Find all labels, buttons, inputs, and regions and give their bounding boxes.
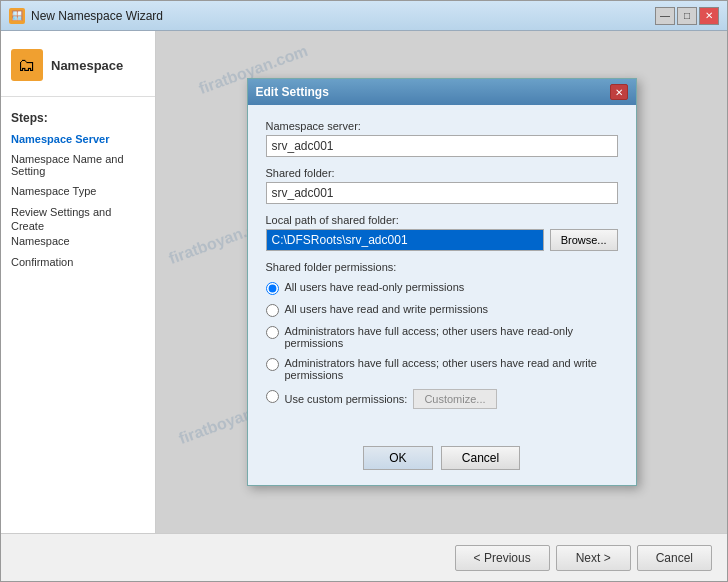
radio-group: All users have read-only permissions All… bbox=[266, 281, 618, 409]
steps-label: Steps: bbox=[1, 107, 155, 129]
shared-folder-group: Shared folder: bbox=[266, 167, 618, 204]
local-path-group: Local path of shared folder: Browse... bbox=[266, 214, 618, 251]
title-controls: — □ ✕ bbox=[655, 7, 719, 25]
radio-custom-label: Use custom permissions: bbox=[285, 393, 408, 405]
radio-readonly-input[interactable] bbox=[266, 282, 279, 295]
sidebar-header: 🗂 Namespace bbox=[1, 41, 155, 97]
permissions-label: Shared folder permissions: bbox=[266, 261, 618, 273]
cancel-button[interactable]: Cancel bbox=[441, 446, 520, 470]
modal-overlay: Edit Settings ✕ Namespace server: Shared… bbox=[156, 31, 727, 533]
title-bar-left: 🪟 New Namespace Wizard bbox=[9, 8, 163, 24]
radio-admin-readonly-item[interactable]: Administrators have full access; other u… bbox=[266, 325, 618, 349]
radio-custom-input[interactable] bbox=[266, 390, 279, 403]
sidebar-item-confirmation[interactable]: Confirmation bbox=[1, 252, 155, 272]
namespace-server-group: Namespace server: bbox=[266, 120, 618, 157]
shared-folder-input[interactable] bbox=[266, 182, 618, 204]
bottom-bar: < Previous Next > Cancel bbox=[1, 533, 727, 581]
window-title: New Namespace Wizard bbox=[31, 9, 163, 23]
browse-row: Browse... bbox=[266, 229, 618, 251]
sidebar-item-namespace-name[interactable]: Namespace Name and Setting bbox=[1, 149, 155, 181]
radio-readwrite-label: All users have read and write permission… bbox=[285, 303, 489, 315]
close-button[interactable]: ✕ bbox=[699, 7, 719, 25]
window-icon: 🪟 bbox=[9, 8, 25, 24]
radio-admin-readwrite-input[interactable] bbox=[266, 358, 279, 371]
edit-settings-dialog: Edit Settings ✕ Namespace server: Shared… bbox=[247, 78, 637, 486]
shared-folder-label: Shared folder: bbox=[266, 167, 618, 179]
radio-readwrite-item[interactable]: All users have read and write permission… bbox=[266, 303, 618, 317]
main-cancel-button[interactable]: Cancel bbox=[637, 545, 712, 571]
custom-row: Use custom permissions: Customize... bbox=[285, 389, 497, 409]
radio-readonly-item[interactable]: All users have read-only permissions bbox=[266, 281, 618, 295]
namespace-server-input[interactable] bbox=[266, 135, 618, 157]
radio-admin-readwrite-label: Administrators have full access; other u… bbox=[285, 357, 597, 381]
ok-button[interactable]: OK bbox=[363, 446, 433, 470]
browse-button[interactable]: Browse... bbox=[550, 229, 618, 251]
maximize-button[interactable]: □ bbox=[677, 7, 697, 25]
sidebar-item-review-settings[interactable]: Review Settings and CreateNamespace bbox=[1, 201, 155, 252]
sidebar-item-namespace-server[interactable]: Namespace Server bbox=[1, 129, 155, 149]
next-button[interactable]: Next > bbox=[556, 545, 631, 571]
local-path-label: Local path of shared folder: bbox=[266, 214, 618, 226]
local-path-input[interactable] bbox=[266, 229, 544, 251]
main-content: 🗂 Namespace Steps: Namespace Server Name… bbox=[1, 31, 727, 533]
radio-admin-readonly-label: Administrators have full access; other u… bbox=[285, 325, 574, 349]
title-bar: 🪟 New Namespace Wizard — □ ✕ bbox=[1, 1, 727, 31]
minimize-button[interactable]: — bbox=[655, 7, 675, 25]
sidebar: 🗂 Namespace Steps: Namespace Server Name… bbox=[1, 31, 156, 533]
radio-custom-item[interactable]: Use custom permissions: Customize... bbox=[266, 389, 618, 409]
radio-readonly-label: All users have read-only permissions bbox=[285, 281, 465, 293]
namespace-server-label: Namespace server: bbox=[266, 120, 618, 132]
radio-readwrite-input[interactable] bbox=[266, 304, 279, 317]
modal-title: Edit Settings bbox=[256, 85, 329, 99]
modal-title-bar: Edit Settings ✕ bbox=[248, 79, 636, 105]
sidebar-icon: 🗂 bbox=[11, 49, 43, 81]
right-content: firatboyan.com firatboyan.com firatboyan… bbox=[156, 31, 727, 533]
modal-footer: OK Cancel bbox=[248, 436, 636, 485]
sidebar-item-namespace-type[interactable]: Namespace Type bbox=[1, 181, 155, 201]
radio-admin-readonly-input[interactable] bbox=[266, 326, 279, 339]
customize-button[interactable]: Customize... bbox=[413, 389, 496, 409]
modal-close-button[interactable]: ✕ bbox=[610, 84, 628, 100]
previous-button[interactable]: < Previous bbox=[455, 545, 550, 571]
modal-body: Namespace server: Shared folder: Local p… bbox=[248, 105, 636, 436]
radio-admin-readwrite-item[interactable]: Administrators have full access; other u… bbox=[266, 357, 618, 381]
main-window: 🪟 New Namespace Wizard — □ ✕ 🗂 Namespace… bbox=[0, 0, 728, 582]
sidebar-title: Namespace bbox=[51, 58, 123, 73]
